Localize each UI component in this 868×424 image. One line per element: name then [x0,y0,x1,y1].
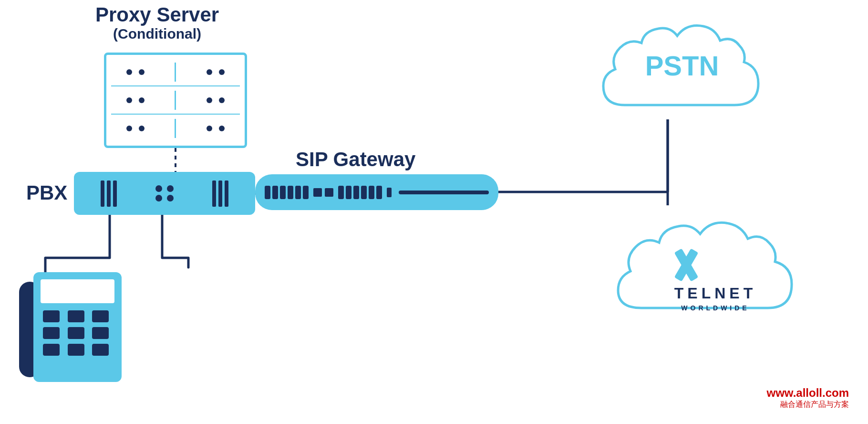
pstn-cloud-svg: PSTN [582,10,763,134]
server-row-3 [111,119,240,138]
svg-text:PSTN: PSTN [645,50,719,81]
sip-line-end [399,191,489,194]
proxy-title: Proxy Server [95,4,219,26]
telnet-cloud-svg: TELNET WORLDWIDE [596,205,796,339]
svg-text:WORLDWIDE: WORLDWIDE [681,304,749,312]
sip-gateway-label: SIP Gateway [296,148,415,171]
server-dot [207,69,212,75]
pbx-center-row [155,185,174,192]
server-row-2 [111,91,240,115]
sip-gateway-device [255,174,498,210]
phone-btn [43,327,60,339]
server-dot [207,97,212,103]
pbx-dot [167,185,174,192]
telephone-device [19,272,124,382]
server-row-1 [111,63,240,86]
server-dot [219,126,225,131]
server-dot [139,69,145,75]
pbx-device [74,172,255,215]
server-section-left [126,126,145,131]
server-section-right [207,69,225,75]
server-dot [219,97,225,103]
sip-square [325,188,333,197]
phone-btn [43,344,60,356]
pbx-dot [167,195,174,201]
diagram-container: Proxy Server (Conditional) [0,0,868,424]
telnet-cloud: TELNET WORLDWIDE [596,205,796,341]
sip-port [280,186,286,199]
sip-port-group-1 [265,186,309,199]
sip-port [272,186,278,199]
sip-port-single [387,188,392,197]
sip-port [376,186,382,199]
server-dot [126,69,132,75]
pbx-dot [155,195,162,201]
pbx-bar [218,180,222,207]
pbx-bar [212,180,216,207]
watermark: www.alloll.com 融合通信产品与方案 [767,386,849,410]
phone-screen [41,279,114,303]
pbx-label: PBX [26,181,67,204]
server-dot [219,69,225,75]
phone-btn [92,344,109,356]
server-section-right [207,126,225,131]
phone-btn [68,327,84,339]
server-dot [126,97,132,103]
sip-mid-section [313,188,333,197]
phone-btn [92,310,109,322]
sip-port [369,186,374,199]
sip-port [361,186,367,199]
server-section-right [207,97,225,103]
sip-square [313,188,322,197]
server-dot [139,97,145,103]
server-dot [139,126,145,131]
phone-btn [68,344,84,356]
phone-btn [92,327,109,339]
phone-buttons [43,310,112,356]
server-section-left [126,69,145,75]
sip-port-group-2 [338,186,382,199]
sip-port [303,186,309,199]
phone-btn [68,310,84,322]
sip-port [353,186,359,199]
pbx-bar [107,180,111,207]
phone-btn [43,310,60,322]
pbx-bar [113,180,117,207]
sip-port [288,186,293,199]
sip-port [346,186,351,199]
pbx-bar [225,180,228,207]
server-section-left [126,97,145,103]
proxy-server-label: Proxy Server (Conditional) [95,4,219,42]
sip-port [265,186,270,199]
server-dot [207,126,212,131]
pstn-cloud: PSTN [582,10,763,136]
pbx-dot [155,185,162,192]
server-divider [175,63,176,82]
sip-port [295,186,301,199]
pbx-bars-right [212,180,228,207]
pbx-center [155,185,174,201]
server-divider [175,119,176,138]
pbx-center-row [155,195,174,201]
server-divider [175,91,176,110]
server-rack [104,53,247,148]
proxy-subtitle: (Conditional) [95,26,219,42]
sip-port [338,186,344,199]
pbx-bars-left [101,180,117,207]
phone-body [33,272,122,382]
svg-text:TELNET: TELNET [674,285,756,302]
watermark-url: www.alloll.com [767,386,849,400]
watermark-sub: 融合通信产品与方案 [767,400,849,410]
pbx-bar [101,180,104,207]
server-dot [126,126,132,131]
